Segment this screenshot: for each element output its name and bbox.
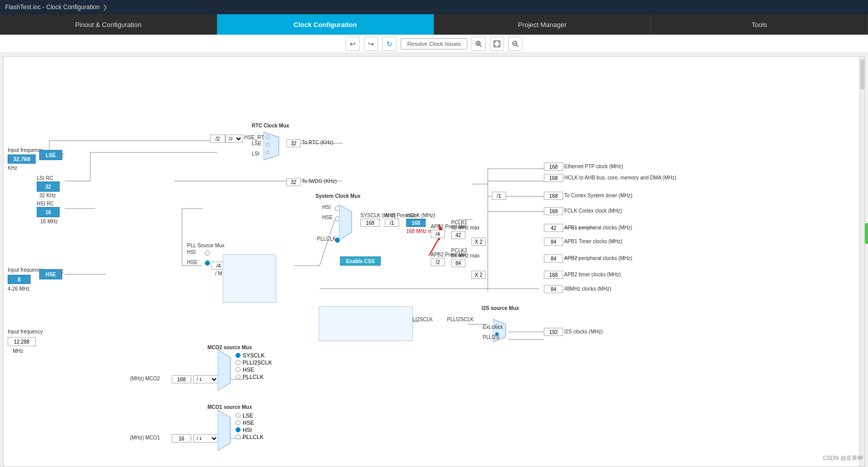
hsi-unit: 16 MHz [40,219,58,224]
sys-hse-label: HSE [322,215,333,220]
hsi-block[interactable]: 16 [37,207,60,217]
pclk2-max: 84 MHz max [451,253,480,258]
hclk-value[interactable]: 168 [406,219,426,227]
svg-point-67 [266,143,269,146]
resolve-clock-button[interactable]: Resolve Clock Issues [401,38,467,49]
svg-line-14 [516,45,518,47]
tab-clock[interactable]: Clock Configuration [217,14,434,35]
svg-marker-74 [218,410,230,451]
ahb-prescaler-value[interactable]: /1 [385,219,399,227]
cortex-div1[interactable]: /1 [492,192,506,200]
toolbar: ↩ ↪ ↻ Resolve Clock Issues [0,35,868,53]
main-content: Input frequency 32.768 KHz LSE LSI RC 32… [3,56,865,467]
hse-freq-value[interactable]: 8 [8,275,31,284]
mco2-pllclk-radio[interactable] [235,374,241,379]
apb1-prescaler-value[interactable]: /4 [431,230,445,238]
hse-freq-label: Input frequency [8,267,43,273]
rtc-mux-shape [264,129,284,163]
sysclk-value[interactable]: 168 [360,219,380,227]
title-bar: FlashTest.ioc - Clock Configuration ❯ [0,0,868,14]
sys-pll-label: PLLCLK [317,236,336,242]
apb2-periph-box[interactable]: 84 [544,254,563,263]
rtc-lse-label: LSE [252,141,261,146]
mco1-pllclk-radio[interactable] [235,434,241,439]
pll-box [223,254,276,303]
plli2s-box [319,306,413,341]
hse-div-select[interactable]: /2/3/4 [225,135,243,143]
mco2-hse-radio[interactable] [235,367,241,372]
hclk-ahb-box[interactable]: 168 [544,174,563,182]
mco2-options: SYSCLK PLLI2SCLK HSE PLLCLK [235,352,272,380]
mco2-sysclk-radio[interactable] [235,353,241,358]
eth-ptp-label: Ethernet PTP clock (MHz) [564,164,623,169]
clk48-box[interactable]: 84 [544,285,563,293]
to-rtc-label: To RTC (KHz) [302,140,333,145]
apb1-timer-box[interactable]: 84 [544,238,563,246]
mco2-mhz-label: (MHz) MCO2 [130,376,160,381]
sys-mux-label: System Clock Mux [315,193,360,199]
mco1-lse-radio[interactable] [235,413,241,418]
redo-button[interactable]: ↪ [364,37,378,51]
pclk2-value[interactable]: 84 [451,259,465,267]
i2s-val-box[interactable]: 192 [544,328,563,336]
eth-ptp-box[interactable]: 168 [544,163,563,171]
undo-button[interactable]: ↩ [346,37,360,51]
scrollbar-thumb[interactable] [860,59,864,90]
cortex-box[interactable]: 168 [544,192,563,200]
tab-pinout[interactable]: Pinout & Configuration [0,14,217,35]
svg-point-68 [266,151,269,154]
fclk-box[interactable]: 168 [544,207,563,215]
mco1-hse-radio[interactable] [235,420,241,425]
mco1-hsi-label: HSI [243,427,252,433]
tim1-x2[interactable]: X 2 [471,238,486,246]
hclk-ahb-label: HCLK to AHB bus, core, memory and DMA (M… [564,175,676,180]
pll-hsi-radio[interactable] [205,250,210,255]
svg-marker-69 [339,204,352,240]
zoom-out-button[interactable] [508,37,522,51]
mco1-val-box[interactable]: 16 [172,434,191,443]
hse-arrows [57,268,67,274]
mco2-mux-shape [218,347,233,393]
tab-project[interactable]: Project Manager [434,14,651,35]
apb2-timer-box[interactable]: 168 [544,271,563,279]
svg-marker-73 [218,350,230,391]
enable-css-button[interactable]: Enable CSS [340,256,381,266]
pclk1-max: 42 MHz max [451,225,480,230]
lsi-block[interactable]: 32 [37,181,60,192]
fit-button[interactable] [490,37,504,51]
lsi-label: LSI RC [37,175,53,181]
mco1-div-select[interactable]: / 1/ 2/ 3/ 4 [193,434,219,443]
svg-point-66 [266,136,269,139]
zoom-in-button[interactable] [471,37,486,51]
svg-marker-65 [264,132,279,160]
pll-hse-radio[interactable] [205,261,210,266]
pll-hsi-label: HSI [187,249,196,255]
scrollbar-track[interactable] [859,57,864,466]
mco1-hsi-radio[interactable] [235,427,241,432]
rtc-lsi-label: LSI [252,151,259,157]
apb2-prescaler-value[interactable]: /2 [431,258,445,266]
nav-tabs: Pinout & Configuration Clock Configurati… [0,14,868,35]
ext-freq-label: Input frequency [8,329,43,334]
apb2-timer-label: APB2 timer clocks (MHz) [564,272,621,277]
lse-freq-label: Input frequency [8,147,43,153]
apb1-periph-box[interactable]: 42 [544,224,563,232]
ext-unit: MHz [13,348,23,354]
tim2-x2[interactable]: X 2 [471,271,486,279]
plli2sclk2-label: PLLI2SCLK [447,317,474,322]
iwdg-out-box: 32 [286,178,301,186]
hse-rtc-div2[interactable]: /2 [210,135,225,143]
pll-hse-label: HSE [187,260,198,265]
mco2-val-box[interactable]: 168 [172,375,191,383]
lse-freq-value[interactable]: 32.768 [8,154,36,164]
clock-diagram: Input frequency 32.768 KHz LSE LSI RC 32… [4,57,864,466]
refresh-button[interactable]: ↻ [382,37,397,51]
i2s-ext-label: Ext.clock [483,324,503,330]
tab-tools[interactable]: Tools [651,14,868,35]
mco2-div-select[interactable]: / 1/ 2/ 3/ 4 [193,375,219,383]
pclk1-value[interactable]: 42 [451,231,465,239]
lsi-unit: 32 KHz [39,193,56,198]
ext-freq-value[interactable]: 12.288 [8,337,36,346]
hclk-label: HCLK (MHz) [406,213,435,218]
mco2-plli2s-radio[interactable] [235,360,241,365]
